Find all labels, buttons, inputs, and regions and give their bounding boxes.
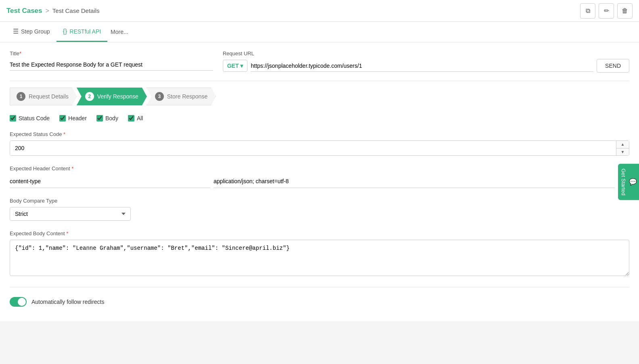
body-compare-section: Body Compare Type Strict Contains Ignore…	[10, 198, 629, 221]
step-store-response[interactable]: 3 Store Response	[147, 88, 216, 105]
edit-button[interactable]: ✏	[599, 3, 614, 19]
top-bar: Test Cases > Test Case Details ⧉ ✏ 🗑	[0, 0, 639, 22]
checkboxes-row: Status Code Header Body All	[10, 115, 629, 121]
tabs-bar: ☰ Step Group {} RESTful API More...	[0, 22, 639, 42]
spin-down-button[interactable]: ▼	[616, 149, 629, 156]
status-code-label: Status Code	[19, 115, 50, 121]
tab-step-group[interactable]: ☰ Step Group	[6, 22, 57, 42]
delete-button[interactable]: 🗑	[617, 3, 633, 19]
step-2-label: Verify Response	[97, 93, 138, 100]
expected-status-section: Expected Status Code * ▲ ▼	[10, 131, 629, 156]
expected-header-section: Expected Header Content * +	[10, 165, 629, 188]
expected-body-label-text: Expected Body Content	[10, 230, 65, 236]
all-checkbox[interactable]	[128, 115, 134, 121]
expected-header-label-text: Expected Header Content	[10, 165, 70, 172]
title-input[interactable]	[10, 59, 213, 71]
method-value: GET	[227, 63, 239, 69]
step-1-label: Request Details	[29, 93, 69, 100]
body-compare-label: Body Compare Type	[10, 198, 629, 204]
method-dropdown-icon: ▾	[240, 63, 243, 69]
expected-status-required: *	[63, 131, 65, 137]
expected-body-section: Expected Body Content *	[10, 230, 629, 277]
get-started-label: Get Started	[620, 169, 626, 195]
url-row: GET ▾ SEND	[223, 59, 629, 73]
checkbox-header[interactable]: Header	[59, 115, 87, 121]
header-label: Header	[68, 115, 87, 121]
status-code-input-wrapper: ▲ ▼	[10, 140, 629, 156]
header-val-input[interactable]	[214, 175, 615, 188]
expected-status-label-text: Expected Status Code	[10, 131, 62, 137]
get-started-tab[interactable]: 💬 Get Started	[618, 164, 639, 200]
status-code-checkbox[interactable]	[10, 115, 16, 121]
auto-redirect-toggle[interactable]	[10, 297, 27, 307]
body-compare-select[interactable]: Strict Contains Ignore Order	[10, 207, 131, 221]
breadcrumb-test-cases[interactable]: Test Cases	[6, 7, 42, 15]
copy-button[interactable]: ⧉	[580, 3, 595, 19]
top-actions: ⧉ ✏ 🗑	[580, 3, 633, 19]
all-label: All	[137, 115, 143, 121]
status-code-input[interactable]	[10, 141, 629, 155]
breadcrumb: Test Cases > Test Case Details	[6, 7, 100, 15]
title-label: Title*	[10, 50, 213, 56]
checkbox-status-code[interactable]: Status Code	[10, 115, 50, 121]
request-url-label: Request URL	[223, 50, 629, 56]
body-checkbox[interactable]	[96, 115, 103, 121]
tab-restful-api[interactable]: {} RESTful API	[57, 22, 108, 42]
tab-more[interactable]: More...	[107, 23, 132, 41]
number-spinners: ▲ ▼	[616, 141, 629, 155]
body-textarea[interactable]	[10, 240, 629, 276]
breadcrumb-current: Test Case Details	[52, 7, 100, 14]
checkbox-body[interactable]: Body	[96, 115, 118, 121]
step-1-num: 1	[17, 92, 25, 101]
tab-step-group-label: Step Group	[21, 28, 50, 35]
send-button[interactable]: SEND	[597, 59, 629, 73]
step-2-num: 2	[85, 92, 94, 101]
expected-body-required: *	[66, 230, 68, 236]
url-input[interactable]	[251, 60, 593, 72]
expected-body-label: Expected Body Content *	[10, 230, 629, 236]
header-key-input[interactable]	[10, 175, 210, 188]
body-label: Body	[105, 115, 118, 121]
method-select[interactable]: GET ▾	[223, 60, 248, 72]
header-content-row: +	[10, 175, 629, 188]
toggle-knob	[18, 298, 26, 306]
expected-header-required: *	[71, 165, 73, 172]
restful-api-icon: {}	[63, 28, 67, 35]
url-group: Request URL GET ▾ SEND	[223, 50, 629, 73]
step-3-num: 3	[155, 92, 164, 101]
step-verify-response[interactable]: 2 Verify Response	[77, 88, 147, 105]
steps-nav: 1 Request Details 2 Verify Response 3 St…	[10, 88, 629, 105]
tab-restful-api-label: RESTful API	[69, 28, 101, 35]
main-content: Title* Request URL GET ▾ SEND 1 Request …	[0, 42, 639, 321]
title-url-row: Title* Request URL GET ▾ SEND	[10, 50, 629, 73]
tab-more-label: More...	[111, 29, 128, 35]
step-group-icon: ☰	[13, 27, 19, 35]
expected-header-label: Expected Header Content *	[10, 165, 629, 172]
title-required: *	[19, 50, 21, 56]
auto-redirect-label: Automatically follow redirects	[31, 299, 105, 305]
title-group: Title*	[10, 50, 213, 73]
step-3-label: Store Response	[167, 93, 207, 100]
header-checkbox[interactable]	[59, 115, 66, 121]
auto-redirect-row: Automatically follow redirects	[10, 291, 629, 313]
expected-status-label: Expected Status Code *	[10, 131, 629, 137]
spin-up-button[interactable]: ▲	[616, 141, 629, 149]
checkbox-all[interactable]: All	[128, 115, 143, 121]
title-label-text: Title	[10, 50, 19, 56]
breadcrumb-separator: >	[46, 7, 49, 15]
step-request-details[interactable]: 1 Request Details	[10, 88, 77, 105]
